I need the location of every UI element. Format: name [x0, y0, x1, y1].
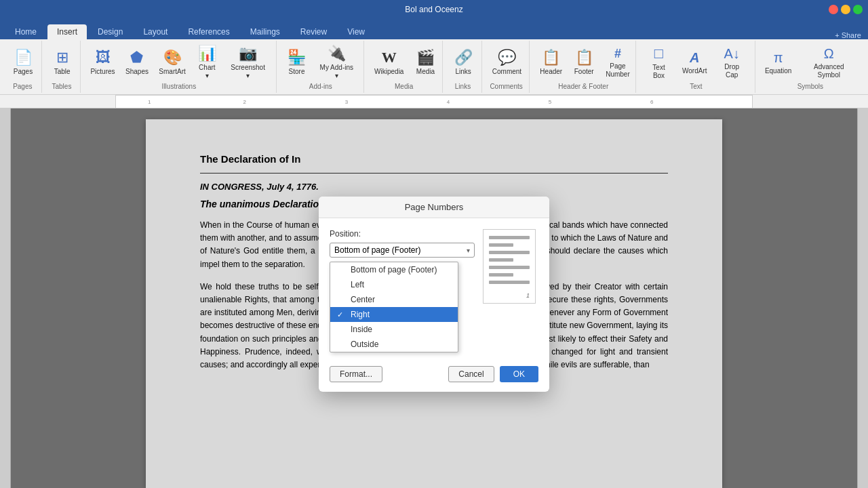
tab-layout[interactable]: Layout	[134, 24, 177, 39]
ribbon: 📄 Pages Pages ⊞ Table Tables 🖼 Pictures …	[0, 39, 868, 95]
close-button[interactable]	[829, 5, 838, 14]
media-button[interactable]: 🎬 Media	[410, 42, 440, 83]
tables-group-label: Tables	[47, 83, 77, 92]
store-label: Store	[289, 68, 305, 76]
ribbon-group-symbols: π Equation Ω Advanced Symbol Symbols	[757, 41, 864, 93]
title-bar: Bol and Oceenz	[0, 0, 868, 19]
symbols-group-label: Symbols	[761, 83, 860, 92]
pictures-button[interactable]: 🖼 Pictures	[86, 42, 119, 83]
dialog-footer-right: Cancel OK	[448, 366, 538, 382]
page-number-button[interactable]: # PageNumber	[601, 42, 635, 83]
hf-group-label: Header & Footer	[535, 83, 631, 92]
ribbon-group-comments: 💬 Comment Comments	[484, 41, 530, 93]
checkmark-inside	[337, 325, 347, 333]
position-dropdown: Bottom of page (Footer) Left Center ✓	[330, 262, 458, 352]
textbox-label: Text Box	[646, 64, 671, 80]
smartart-icon: 🎨	[163, 49, 182, 66]
my-addins-button[interactable]: 🔌 My Add-ins ▾	[314, 42, 360, 83]
links-label: Links	[455, 68, 471, 76]
header-button[interactable]: 📋 Header	[535, 42, 567, 83]
dropdown-item-outside[interactable]: Outside	[330, 337, 458, 352]
dropdown-item-left[interactable]: Left	[330, 277, 458, 292]
page-number-label: PageNumber	[606, 62, 630, 79]
shapes-label: Shapes	[125, 68, 149, 76]
dropdown-outside-label: Outside	[351, 340, 378, 349]
pages-label: Pages	[14, 68, 33, 76]
textbox-button[interactable]: □ Text Box	[642, 42, 676, 83]
maximize-button[interactable]	[853, 5, 863, 14]
select-arrow-icon: ▾	[467, 247, 470, 254]
dropdown-footer-label: Bottom of page (Footer)	[351, 265, 437, 274]
equation-icon: π	[774, 50, 783, 66]
cancel-button[interactable]: Cancel	[448, 366, 494, 382]
header-label: Header	[540, 68, 562, 76]
drop-cap-label: Drop Cap	[718, 63, 746, 79]
smartart-label: SmartArt	[159, 68, 185, 76]
tab-insert[interactable]: Insert	[47, 24, 87, 39]
footer-icon: 📋	[575, 49, 593, 66]
preview-line-4	[489, 258, 513, 262]
wordart-icon: A	[690, 50, 699, 66]
dialog-footer: Format... Cancel OK	[319, 361, 549, 392]
preview-line-7	[489, 281, 530, 284]
checkmark-footer	[337, 266, 347, 274]
comment-label: Comment	[492, 68, 521, 76]
dropdown-center-label: Center	[351, 295, 375, 304]
screenshot-button[interactable]: 📷 Screenshot ▾	[224, 42, 272, 83]
dropdown-item-footer[interactable]: Bottom of page (Footer)	[330, 262, 458, 277]
wikipedia-button[interactable]: W Wikipedia	[370, 42, 408, 83]
wordart-button[interactable]: A WordArt	[678, 42, 711, 83]
dialog-left-panel: Position: Bottom of page (Footer) ▾ Bott…	[330, 229, 475, 352]
media-label: Media	[416, 68, 435, 76]
ok-button[interactable]: OK	[500, 366, 538, 382]
dialog-title-bar: Page Numbers	[319, 197, 549, 218]
screenshot-icon: 📷	[239, 45, 257, 62]
store-button[interactable]: 🏪 Store	[282, 42, 312, 83]
my-addins-label: My Add-ins ▾	[319, 64, 355, 80]
smartart-button[interactable]: 🎨 SmartArt	[155, 42, 190, 83]
tab-review[interactable]: Review	[291, 24, 336, 39]
tab-home[interactable]: Home	[5, 24, 46, 39]
share-button[interactable]: + Share	[835, 31, 861, 39]
links-icon: 🔗	[454, 49, 473, 66]
wikipedia-label: Wikipedia	[374, 68, 403, 76]
symbol-icon: Ω	[824, 46, 834, 62]
symbol-button[interactable]: Ω Advanced Symbol	[798, 42, 860, 83]
tab-references[interactable]: References	[178, 24, 239, 39]
footer-button[interactable]: 📋 Footer	[569, 42, 599, 83]
shapes-button[interactable]: ⬟ Shapes	[121, 42, 153, 83]
dropdown-item-right[interactable]: ✓ Right	[330, 307, 458, 322]
table-button[interactable]: ⊞ Table	[47, 42, 77, 83]
tab-mailings[interactable]: Mailings	[241, 24, 290, 39]
media-icon: 🎬	[416, 49, 435, 66]
main-area: The Declaration of In IN CONGRESS, July …	[0, 108, 868, 488]
comment-icon: 💬	[498, 49, 516, 66]
ribbon-group-links: 🔗 Links Links	[444, 41, 482, 93]
tab-view[interactable]: View	[338, 24, 374, 39]
drop-cap-icon: A↓	[724, 46, 740, 62]
header-icon: 📋	[542, 49, 560, 66]
dropdown-right-label: Right	[351, 310, 370, 319]
tab-design[interactable]: Design	[88, 24, 132, 39]
drop-cap-button[interactable]: A↓ Drop Cap	[713, 42, 751, 83]
format-button[interactable]: Format...	[330, 366, 382, 382]
equation-button[interactable]: π Equation	[761, 42, 796, 83]
minimize-button[interactable]	[841, 5, 850, 14]
ribbon-group-addins: 🏪 Store 🔌 My Add-ins ▾ Add-ins	[278, 41, 365, 93]
chart-button[interactable]: 📊 Chart ▾	[192, 42, 222, 83]
preview-line-6	[489, 273, 513, 277]
links-button[interactable]: 🔗 Links	[448, 42, 478, 83]
comment-button[interactable]: 💬 Comment	[488, 42, 526, 83]
checkmark-right: ✓	[337, 310, 347, 319]
preview-line-3	[489, 251, 530, 254]
page-preview: 1	[483, 229, 536, 304]
dropdown-item-inside[interactable]: Inside	[330, 322, 458, 337]
position-select[interactable]: Bottom of page (Footer) ▾	[330, 243, 475, 258]
pages-button[interactable]: 📄 Pages	[8, 42, 38, 83]
dropdown-item-center[interactable]: Center	[330, 292, 458, 307]
symbol-label: Advanced Symbol	[803, 63, 855, 79]
preview-page-number: 1	[526, 292, 530, 299]
textbox-icon: □	[654, 45, 663, 62]
illustrations-group-label: Illustrations	[86, 83, 271, 92]
page-numbers-dialog: Page Numbers Position: Bottom of page (F…	[319, 197, 549, 392]
